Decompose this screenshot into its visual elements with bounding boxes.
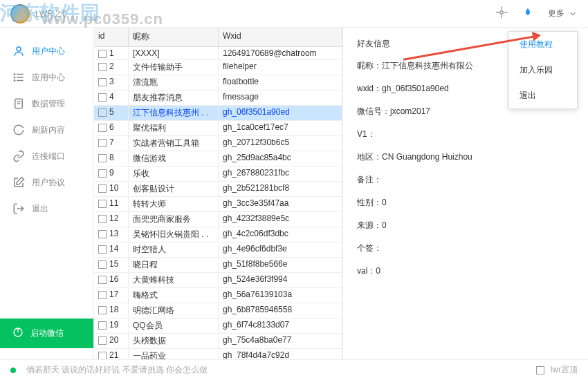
table-row[interactable]: 13吴铭怀旧火锅贵阳 . .gh_4c2c06df3dbc <box>94 227 342 243</box>
table-row[interactable]: 11转转大师gh_3cc3e35f47aa <box>94 197 342 212</box>
pin-label: lwr置顶 <box>551 364 578 376</box>
row-checkbox[interactable] <box>98 124 107 132</box>
sidebar: 用户中心应用中心数据管理刷新内容连接端口用户协议退出 启动微信 <box>0 28 93 359</box>
table-row[interactable]: 7实战者营销工具箱gh_20712f30b6c5 <box>94 136 342 151</box>
row-checkbox[interactable] <box>98 260 107 269</box>
sidebar-item-label: 刷新内容 <box>32 124 65 136</box>
dropdown-item[interactable]: 加入乐园 <box>509 57 577 83</box>
sidebar-item-label: 应用中心 <box>32 72 65 84</box>
detail-row: 个签： <box>357 243 574 254</box>
table-row[interactable]: 8微信游戏gh_25d9ac85a4bc <box>94 151 342 167</box>
table-row[interactable]: 3漂流瓶floatbottle <box>94 75 342 91</box>
exit-icon <box>12 202 25 215</box>
sidebar-item-label: 数据管理 <box>32 98 65 110</box>
row-checkbox[interactable] <box>98 50 107 58</box>
sidebar-item-label: 连接端口 <box>32 151 65 162</box>
row-checkbox[interactable] <box>98 78 107 86</box>
launch-label: 启动微信 <box>30 327 64 339</box>
row-checkbox[interactable] <box>98 63 107 71</box>
table-row[interactable]: 10创客贴设计gh_2b521281bcf8 <box>94 182 342 197</box>
list-icon <box>12 71 25 84</box>
row-checkbox[interactable] <box>98 336 107 345</box>
table-row[interactable]: 14时空猎人gh_4e96cf6dbf3e <box>94 243 342 258</box>
table-row[interactable]: 20头榜数据gh_75c4a8ba0e77 <box>94 334 342 349</box>
detail-row: 地区：CN Guangdong Huizhou <box>357 151 574 163</box>
table-row[interactable]: 15晓日程gh_51f8f8be566e <box>94 258 342 273</box>
table-row[interactable]: 9乐收gh_267880231fbc <box>94 167 342 182</box>
detail-row: V1： <box>357 129 574 140</box>
edit-icon <box>12 176 25 189</box>
sidebar-item-doc[interactable]: 数据管理 <box>0 91 93 117</box>
table-row[interactable]: 16大黄蜂科技gh_524e36f3f994 <box>94 273 342 288</box>
table-row[interactable]: 4朋友推荐消息fmessage <box>94 91 342 106</box>
sidebar-item-refresh[interactable]: 刷新内容 <box>0 117 93 143</box>
pin-checkbox[interactable] <box>536 366 544 374</box>
svg-point-8 <box>14 80 15 82</box>
row-checkbox[interactable] <box>98 215 107 223</box>
row-checkbox[interactable] <box>98 93 107 102</box>
row-checkbox[interactable] <box>98 321 107 330</box>
table-row[interactable]: 18明德汇网络gh_6b8785946558 <box>94 303 342 319</box>
row-checkbox[interactable] <box>98 139 107 147</box>
doc-icon <box>12 97 25 110</box>
detail-row: 来源：0 <box>357 220 574 231</box>
link-icon <box>12 150 25 162</box>
sidebar-item-exit[interactable]: 退出 <box>0 196 93 222</box>
refresh-icon <box>12 124 25 136</box>
th-id[interactable]: id <box>94 28 129 46</box>
status-dot <box>10 368 16 373</box>
more-dropdown: 使用教程加入乐园退出 <box>508 31 578 109</box>
table-row[interactable]: 5江下信息科技惠州 . .gh_06f3501a90ed <box>94 106 342 121</box>
table-row[interactable]: 2文件传输助手filehelper <box>94 60 342 75</box>
fire-icon[interactable] <box>522 6 534 21</box>
sidebar-item-label: 退出 <box>32 203 48 215</box>
th-wxid[interactable]: Wxid <box>219 28 342 46</box>
contact-table: id 昵称 Wxid 1[XXXX]12649170689@chatroom2文… <box>94 28 343 359</box>
launch-wechat-button[interactable]: 启动微信 <box>0 319 93 348</box>
table-row[interactable]: 12面兜兜商家服务gh_4232f3889e5c <box>94 212 342 227</box>
detail-panel: 好友信息 昵称：江下信息科技惠州有限公wxid：gh_06f3501a90ed微… <box>343 28 588 359</box>
detail-row: 备注： <box>357 174 574 186</box>
sidebar-item-list[interactable]: 应用中心 <box>0 64 93 91</box>
dropdown-item[interactable]: 使用教程 <box>509 32 577 57</box>
more-button[interactable]: 更多 <box>548 8 578 19</box>
power-icon <box>12 327 24 340</box>
user-icon <box>12 45 25 57</box>
table-row[interactable]: 6聚优福利gh_1ca0cef17ec7 <box>94 121 342 136</box>
sidebar-item-user[interactable]: 用户中心 <box>0 38 93 64</box>
more-label: 更多 <box>548 8 564 19</box>
table-row[interactable]: 17嗨格式gh_56a76139103a <box>94 288 342 303</box>
sidebar-item-link[interactable]: 连接端口 <box>0 143 93 169</box>
gear-icon[interactable] <box>495 6 508 21</box>
row-checkbox[interactable] <box>98 352 107 359</box>
svg-point-0 <box>12 6 28 21</box>
svg-point-2 <box>17 47 21 51</box>
detail-row: val：0 <box>357 265 574 277</box>
th-nick[interactable]: 昵称 <box>129 28 219 46</box>
detail-row: 性别：0 <box>357 197 574 209</box>
app-title: LWR 2.0 <box>35 9 67 19</box>
chevron-down-icon <box>568 9 578 19</box>
sidebar-item-label: 用户协议 <box>32 177 65 189</box>
sidebar-item-edit[interactable]: 用户协议 <box>0 169 93 196</box>
row-checkbox[interactable] <box>98 245 107 254</box>
table-row[interactable]: 21一品药业gh_78f4d4a7c92d <box>94 349 342 359</box>
sidebar-item-label: 用户中心 <box>32 46 65 57</box>
row-checkbox[interactable] <box>98 230 107 238</box>
dropdown-item[interactable]: 退出 <box>509 83 577 108</box>
row-checkbox[interactable] <box>98 108 107 117</box>
app-logo <box>10 4 30 23</box>
row-checkbox[interactable] <box>98 200 107 208</box>
row-checkbox[interactable] <box>98 276 107 284</box>
svg-point-1 <box>500 11 504 15</box>
row-checkbox[interactable] <box>98 169 107 178</box>
row-checkbox[interactable] <box>98 291 107 299</box>
row-checkbox[interactable] <box>98 154 107 162</box>
svg-point-7 <box>14 77 15 78</box>
svg-point-6 <box>14 74 15 75</box>
row-checkbox[interactable] <box>98 184 107 193</box>
row-checkbox[interactable] <box>98 306 107 314</box>
table-row[interactable]: 19QQ会员gh_6f74c8133d07 <box>94 319 342 334</box>
table-row[interactable]: 1[XXXX]12649170689@chatroom <box>94 47 342 60</box>
footer-text: 倘若那天 该说的话好好说 不爱请挑选 你会怎么做 <box>26 364 208 376</box>
